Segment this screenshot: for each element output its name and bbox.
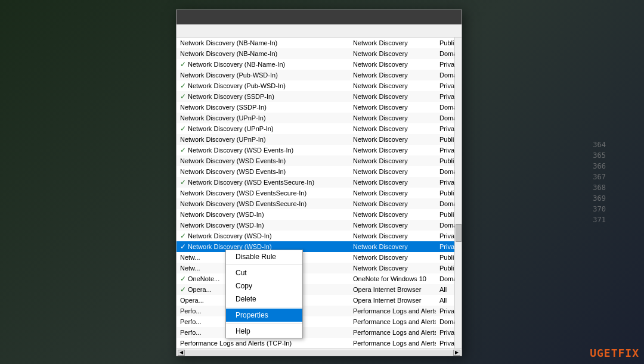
table-row[interactable]: ✓Network Discovery (NB-Name-In)Network D… [177,59,454,70]
cell-group: Network Discovery [349,145,436,155]
table-row[interactable]: ✓Network Discovery (WSD EventsSecure-In)… [177,177,454,188]
col-name [177,30,349,32]
check-icon: ✓ [180,124,186,133]
cell-group: Network Discovery [349,252,436,263]
menu-item-cut[interactable]: Cut [226,266,302,279]
scroll-left-button[interactable]: ◀ [178,350,185,356]
cell-group: Performance Logs and Alerts [349,306,436,316]
vertical-scrollbar[interactable] [454,38,462,349]
table-row[interactable]: Network Discovery (WSD EventsSecure-In)N… [177,198,454,209]
scroll-track [185,350,453,355]
cell-group: Network Discovery [349,59,436,70]
cell-name: Network Discovery (NB-Name-In) [177,48,349,59]
cell-group: Network Discovery [349,166,436,177]
cell-group: Opera Internet Browser [349,284,436,295]
cell-group: Network Discovery [349,80,436,91]
table-row[interactable]: Network Discovery (NB-Name-In)Network Di… [177,48,454,59]
check-icon: ✓ [180,60,186,69]
cell-group: Network Discovery [349,241,436,252]
table-row[interactable]: Network Discovery (WSD Events-In)Network… [177,155,454,166]
table-row[interactable]: Network Discovery (UPnP-In)Network Disco… [177,113,454,123]
table-row[interactable]: Network Discovery (WSD Events-In)Network… [177,166,454,177]
table-row[interactable]: Network Discovery (Pub-WSD-In)Network Di… [177,70,454,80]
check-icon: ✓ [180,242,186,251]
col-profile [436,30,478,32]
table-row[interactable]: Network Discovery (WSD EventsSecure-In)N… [177,188,454,198]
check-icon: ✓ [180,274,186,284]
cell-group: Network Discovery [349,123,436,134]
cell-name: ✓Network Discovery (WSD-In) [177,231,349,241]
cell-name: Network Discovery (WSD EventsSecure-In) [177,198,349,209]
cell-name: ✓Network Discovery (WSD EventsSecure-In) [177,177,349,188]
table-row[interactable]: Opera...Opera Internet BrowserAllYes [177,295,454,306]
cell-group: Network Discovery [349,209,436,220]
menu-separator [226,307,302,307]
table-row[interactable]: ✓Network Discovery (SSDP-In)Network Disc… [177,91,454,102]
menu-item-copy[interactable]: Copy [226,279,302,293]
table-row[interactable]: Performance Logs and Alerts (TCP-In)Perf… [177,338,454,349]
table-row[interactable]: Network Discovery (NB-Name-In)Network Di… [177,38,454,48]
check-icon: ✓ [180,145,186,155]
cell-name: Network Discovery (NB-Name-In) [177,38,349,48]
table-row[interactable]: Perfo...Performance Logs and AlertsPriva… [177,327,454,338]
table-row[interactable]: ✓Network Discovery (WSD-In)Network Disco… [177,241,454,252]
menu-item-help[interactable]: Help [226,325,302,338]
scrollbar-thumb[interactable] [456,224,462,242]
table-row[interactable]: ✓Network Discovery (WSD-In)Network Disco… [177,231,454,241]
menu-item-delete[interactable]: Delete [226,293,302,306]
table-row[interactable]: Network Discovery (UPnP-In)Network Disco… [177,134,454,145]
table-row[interactable]: Network Discovery (WSD-In)Network Discov… [177,220,454,231]
cell-group: Network Discovery [349,134,436,145]
scroll-right-button[interactable]: ▶ [453,350,460,356]
cell-name: ✓Network Discovery (NB-Name-In) [177,59,349,70]
cell-name: Network Discovery (WSD-In) [177,209,349,220]
check-icon: ✓ [180,231,186,241]
table-row[interactable]: ✓Network Discovery (UPnP-In)Network Disc… [177,123,454,134]
cell-name: ✓Network Discovery (Pub-WSD-In) [177,80,349,91]
cell-group: Network Discovery [349,188,436,198]
cell-name: Performance Logs and Alerts (TCP-In) [177,338,349,349]
menu-separator [226,323,302,323]
cell-name: ✓Network Discovery (WSD Events-In) [177,145,349,155]
check-icon: ✓ [180,92,186,101]
table-row[interactable]: Network Discovery (WSD-In)Network Discov… [177,209,454,220]
table-header [177,24,462,38]
ugetfix-logo: UGETFIX [590,347,639,359]
table-row[interactable]: Perfo...Performance Logs and AlertsDomai… [177,316,454,327]
cell-group: OneNote for Windows 10 [349,273,436,284]
cell-name: Network Discovery (WSD Events-In) [177,166,349,177]
cell-name: ✓Network Discovery (UPnP-In) [177,123,349,134]
table-row[interactable]: Perfo...Performance Logs and AlertsPriva… [177,306,454,316]
horizontal-scrollbar[interactable]: ◀ ▶ [177,349,462,356]
cell-name: Network Discovery (WSD-In) [177,220,349,231]
menu-item-disable-rule[interactable]: Disable Rule [226,250,302,263]
table-row[interactable]: ✓OneNote...OneNote for Windows 10Domai..… [177,273,454,284]
bg-line-numbers: 364 365 366 367 368 369 370 371 [572,0,608,364]
cell-group: Network Discovery [349,113,436,123]
cell-group: Performance Logs and Alerts [349,316,436,327]
cell-group: Network Discovery [349,177,436,188]
cell-group: Network Discovery [349,198,436,209]
table-row[interactable]: Network Discovery (SSDP-In)Network Disco… [177,102,454,113]
cell-group: Network Discovery [349,220,436,231]
context-menu: Disable RuleCutCopyDeletePropertiesHelp [225,250,303,338]
cell-name: ✓Network Discovery (SSDP-In) [177,91,349,102]
cell-name: Network Discovery (WSD EventsSecure-In) [177,188,349,198]
cell-name: Network Discovery (WSD Events-In) [177,155,349,166]
cell-group: Network Discovery [349,263,436,273]
menu-separator [226,265,302,265]
check-icon: ✓ [180,285,186,294]
cell-name: Network Discovery (SSDP-In) [177,102,349,113]
table-row[interactable]: ✓Network Discovery (Pub-WSD-In)Network D… [177,80,454,91]
cell-group: Network Discovery [349,155,436,166]
table-body: Network Discovery (NB-Name-In)Network Di… [177,38,462,349]
cell-group: Network Discovery [349,102,436,113]
table-row[interactable]: Netw...Network DiscoveryPublicNo [177,263,454,273]
table-row[interactable]: ✓Network Discovery (WSD Events-In)Networ… [177,145,454,155]
cell-group: Network Discovery [349,48,436,59]
cell-group: Network Discovery [349,38,436,48]
cell-group: Network Discovery [349,231,436,241]
table-row[interactable]: Netw...Network DiscoveryPublicNo [177,252,454,263]
menu-item-properties[interactable]: Properties [226,309,302,322]
table-row[interactable]: ✓Opera...Opera Internet BrowserAllYes [177,284,454,295]
